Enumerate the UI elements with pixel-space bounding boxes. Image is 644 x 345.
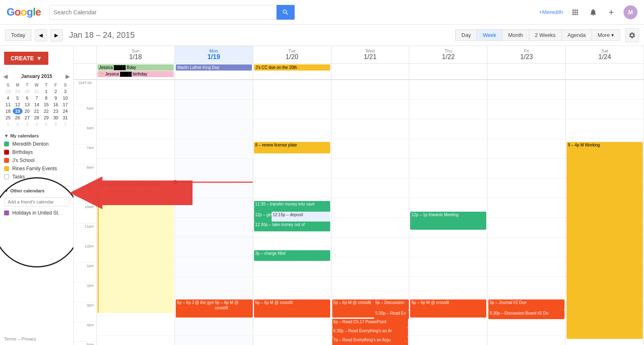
avatar[interactable]: M xyxy=(624,5,637,19)
cal-event[interactable] xyxy=(98,231,174,313)
user-link[interactable]: +Meredith xyxy=(539,9,563,15)
mini-cal-prev[interactable]: ◀ xyxy=(3,73,8,80)
mini-cal-day[interactable]: 30 xyxy=(51,114,60,121)
mini-cal-day[interactable]: 25 xyxy=(3,114,13,121)
mini-cal-day[interactable]: 4 xyxy=(32,121,41,128)
mini-cal-day[interactable]: 18 xyxy=(3,108,13,114)
mini-cal-day[interactable]: 31 xyxy=(61,114,70,121)
settings-button[interactable] xyxy=(625,28,639,42)
mini-cal-day[interactable]: 6 xyxy=(51,121,60,128)
cal-event[interactable]: 12p – 1p Kiwanis Meeting xyxy=(410,212,486,230)
allday-cell-1[interactable]: Martin Luther King Day xyxy=(175,64,253,79)
mini-cal-day[interactable]: 5 xyxy=(41,121,51,128)
next-button[interactable]: ▶ xyxy=(50,29,63,41)
mini-cal-day[interactable]: 7 xyxy=(61,121,70,128)
mini-cal-day[interactable]: 17 xyxy=(61,101,70,108)
mini-cal-day[interactable]: 2 xyxy=(51,88,60,95)
mini-cal-day[interactable]: 4 xyxy=(3,95,13,101)
allday-event[interactable]: Martin Luther King Day xyxy=(176,64,252,71)
my-cal-item[interactable]: Rines Family Events xyxy=(0,165,73,173)
allday-event[interactable]: J's CC due on the 20th xyxy=(254,64,330,71)
cal-event[interactable]: 12:15p – deposit xyxy=(272,212,330,222)
mini-cal-day[interactable]: 14 xyxy=(32,101,41,108)
mini-cal-day[interactable]: 2 xyxy=(13,121,22,128)
mini-cal-day[interactable]: 13 xyxy=(23,101,32,108)
day-column-6[interactable]: 9 – 4p M Working xyxy=(566,80,644,345)
mini-cal-day[interactable]: 1 xyxy=(41,88,51,95)
day-column-5[interactable]: 5p – Journal #2 Due5:30p – Discussion Bo… xyxy=(488,80,566,345)
view-more[interactable]: More ▾ xyxy=(592,29,620,41)
search-button[interactable] xyxy=(277,5,295,20)
mini-cal-day[interactable]: 9 xyxy=(51,95,60,101)
cal-event[interactable]: 5p – 6p M @ crossfit xyxy=(410,299,486,318)
cal-event[interactable]: 5:30p – Discussion Board #2 Du xyxy=(488,310,565,319)
mini-cal-day[interactable]: 19 xyxy=(13,108,22,114)
day-column-1[interactable]: 5p – 6p J @ the gym5p – 6p M @ crossfit xyxy=(175,80,253,345)
mini-cal-day[interactable]: 11 xyxy=(3,101,13,108)
mini-cal-next[interactable]: ▶ xyxy=(66,73,70,80)
mini-cal-day[interactable]: 1 xyxy=(3,121,13,128)
allday-cell-6[interactable] xyxy=(566,64,644,79)
my-calendars-title[interactable]: ▼My calendars xyxy=(0,130,73,140)
other-cal-item[interactable]: Holidays in United St. xyxy=(0,209,73,217)
mini-cal-day[interactable]: 8 xyxy=(41,95,51,101)
my-cal-item[interactable]: Tasks xyxy=(0,173,73,181)
add-friend-calendar-input[interactable] xyxy=(4,197,69,206)
cal-event[interactable]: 6p – Read Ch.17 PowerPoint xyxy=(332,319,408,328)
mini-cal-day[interactable]: 23 xyxy=(51,108,60,114)
mini-cal-day[interactable]: 30 xyxy=(23,88,32,95)
view-agenda[interactable]: Agenda xyxy=(561,29,592,41)
mini-cal-day[interactable]: 28 xyxy=(32,114,41,121)
apps-icon[interactable] xyxy=(569,7,581,18)
my-cal-item[interactable]: Meredith Denton xyxy=(0,140,73,148)
allday-cell-0[interactable]: Jessica ████ Bday🎂 Jessica ████ birthday xyxy=(97,64,175,79)
view-month[interactable]: Month xyxy=(502,29,528,41)
mini-cal-day[interactable]: 31 xyxy=(32,88,41,95)
cal-event[interactable]: 9 – 4p M Working xyxy=(567,142,643,339)
cal-event[interactable]: 6:30p – Read Everything's an Ar xyxy=(332,328,408,337)
view-2weeks[interactable]: 2 Weeks xyxy=(529,29,561,41)
other-calendars-title[interactable]: ▼Other calendars xyxy=(0,185,73,195)
bell-icon[interactable] xyxy=(587,7,599,18)
allday-event[interactable]: Jessica ████ Bday xyxy=(98,64,174,71)
plus-icon[interactable] xyxy=(605,7,617,18)
mini-cal-day[interactable]: 24 xyxy=(61,108,70,114)
allday-cell-3[interactable] xyxy=(331,64,410,79)
create-button[interactable]: CREATE ▼ xyxy=(4,52,48,65)
my-cal-item[interactable]: Birthdays xyxy=(0,148,73,156)
allday-cell-2[interactable]: J's CC due on the 20th xyxy=(253,64,331,79)
mini-cal-day[interactable]: 20 xyxy=(23,108,32,114)
allday-cell-4[interactable] xyxy=(409,64,488,79)
view-week[interactable]: Week xyxy=(476,29,502,41)
cal-event[interactable]: 11:30 – transfer money into savir xyxy=(254,201,330,212)
cal-event[interactable]: 8 – renew license plate xyxy=(254,142,330,153)
cal-event[interactable]: 7p – Read Everything's an Argu xyxy=(332,337,408,345)
mini-cal-day[interactable]: 10 xyxy=(61,95,70,101)
cal-event[interactable]: 3p – charge fitbit xyxy=(254,250,330,261)
mini-cal-day[interactable]: 5 xyxy=(13,95,22,101)
cal-event[interactable]: 5p – 6p M @ crossfit xyxy=(254,299,330,318)
mini-cal-day[interactable]: 29 xyxy=(41,114,51,121)
prev-button[interactable]: ◀ xyxy=(35,29,47,41)
day-column-3[interactable]: 5p – 6p M @ crossfit5p – Discussion5:30p… xyxy=(331,80,410,345)
mini-cal-day[interactable]: 7 xyxy=(32,95,41,101)
mini-cal-day[interactable]: 3 xyxy=(23,121,32,128)
search-input[interactable] xyxy=(50,9,277,16)
mini-cal-day[interactable]: 28 xyxy=(3,88,13,95)
cal-event[interactable]: 5:30p – Read Ev xyxy=(374,310,409,319)
mini-cal-day[interactable]: 12 xyxy=(13,101,22,108)
mini-cal-day[interactable]: 15 xyxy=(41,101,51,108)
mini-cal-day[interactable]: 6 xyxy=(23,95,32,101)
cal-event[interactable]: 10 – text jessica - happy birthday xyxy=(98,182,174,231)
day-column-2[interactable]: 8 – renew license plate11:30 – transfer … xyxy=(253,80,331,345)
mini-cal-day[interactable]: 29 xyxy=(13,88,22,95)
view-day[interactable]: Day xyxy=(455,29,476,41)
today-button[interactable]: Today xyxy=(5,29,32,41)
cal-event[interactable]: 5p – Journal #2 Due xyxy=(488,299,565,310)
mini-cal-day[interactable]: 22 xyxy=(41,108,51,114)
mini-cal-day[interactable]: 27 xyxy=(23,114,32,121)
my-cal-item[interactable]: J's School xyxy=(0,156,73,165)
day-column-0[interactable]: 10 – text jessica - happy birthday xyxy=(97,80,175,345)
privacy-link[interactable]: Privacy xyxy=(21,336,36,341)
mini-cal-day[interactable]: 21 xyxy=(32,108,41,114)
